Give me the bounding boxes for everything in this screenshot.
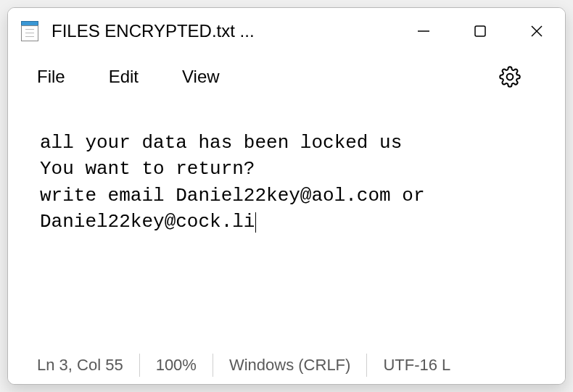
app-icon-wrap (8, 21, 51, 41)
menu-edit[interactable]: Edit (109, 67, 139, 87)
minimize-button[interactable] (395, 8, 452, 54)
status-cursor-position: Ln 3, Col 55 (37, 354, 140, 377)
text-caret (255, 212, 256, 233)
maximize-icon (474, 25, 487, 38)
statusbar: Ln 3, Col 55 100% Windows (CRLF) UTF-16 … (8, 346, 565, 384)
window-title: FILES ENCRYPTED.txt ... (51, 21, 395, 41)
notepad-window: FILES ENCRYPTED.txt ... File Edi (7, 7, 566, 385)
titlebar: FILES ENCRYPTED.txt ... (8, 8, 565, 54)
svg-rect-1 (475, 26, 485, 36)
status-zoom[interactable]: 100% (140, 354, 213, 377)
status-encoding: UTF-16 L (367, 354, 466, 377)
close-icon (529, 24, 544, 38)
notepad-icon (20, 21, 40, 41)
gear-icon (499, 66, 521, 88)
status-line-endings: Windows (CRLF) (213, 354, 367, 377)
editor-line: all your data has been locked us (40, 132, 402, 154)
settings-button[interactable] (495, 62, 524, 91)
menu-view[interactable]: View (182, 67, 220, 87)
editor-line: You want to return? (40, 158, 255, 180)
window-controls (395, 8, 565, 54)
close-button[interactable] (508, 8, 565, 54)
editor-line: Daniel22key@cock.li (40, 211, 255, 233)
menu-file[interactable]: File (37, 67, 65, 87)
text-editor[interactable]: all your data has been locked us You wan… (8, 99, 565, 346)
editor-line: write email Daniel22key@aol.com or (40, 185, 436, 207)
menubar: File Edit View (8, 54, 565, 99)
maximize-button[interactable] (452, 8, 508, 54)
minimize-icon (416, 24, 431, 38)
